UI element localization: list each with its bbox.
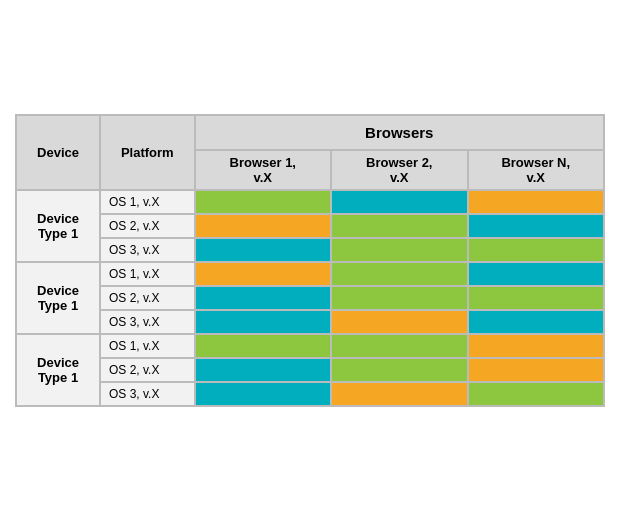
browser-col-1: Browser 1,v.X <box>195 150 332 190</box>
color-cell-0-0-2 <box>468 190 605 214</box>
device-header: Device <box>16 115 100 190</box>
color-cell-1-2-2 <box>468 310 605 334</box>
table-row: OS 3, v.X <box>16 310 604 334</box>
color-cell-2-2-0 <box>195 382 332 406</box>
color-cell-2-0-1 <box>331 334 468 358</box>
color-cell-1-1-0 <box>195 286 332 310</box>
platform-cell: OS 1, v.X <box>100 190 195 214</box>
table-row: DeviceType 1OS 1, v.X <box>16 334 604 358</box>
color-cell-2-1-1 <box>331 358 468 382</box>
platform-cell: OS 3, v.X <box>100 382 195 406</box>
browser-col-3: Browser N,v.X <box>468 150 605 190</box>
color-cell-1-0-2 <box>468 262 605 286</box>
color-cell-0-2-2 <box>468 238 605 262</box>
table-row: OS 3, v.X <box>16 382 604 406</box>
table-row: DeviceType 1OS 1, v.X <box>16 190 604 214</box>
platform-cell: OS 2, v.X <box>100 214 195 238</box>
table-row: OS 2, v.X <box>16 286 604 310</box>
color-cell-2-2-2 <box>468 382 605 406</box>
browsers-header: Browsers <box>195 115 605 150</box>
color-cell-0-0-0 <box>195 190 332 214</box>
platform-cell: OS 2, v.X <box>100 286 195 310</box>
table-row: OS 3, v.X <box>16 238 604 262</box>
device-group-0: DeviceType 1 <box>16 190 100 262</box>
color-cell-2-0-2 <box>468 334 605 358</box>
platform-header: Platform <box>100 115 195 190</box>
color-cell-0-2-1 <box>331 238 468 262</box>
platform-cell: OS 1, v.X <box>100 334 195 358</box>
color-cell-1-2-0 <box>195 310 332 334</box>
color-cell-2-0-0 <box>195 334 332 358</box>
color-cell-1-0-1 <box>331 262 468 286</box>
device-group-2: DeviceType 1 <box>16 334 100 406</box>
color-cell-1-2-1 <box>331 310 468 334</box>
color-cell-1-0-0 <box>195 262 332 286</box>
platform-cell: OS 3, v.X <box>100 310 195 334</box>
platform-cell: OS 2, v.X <box>100 358 195 382</box>
color-cell-0-1-0 <box>195 214 332 238</box>
table-row: OS 2, v.X <box>16 358 604 382</box>
matrix-table: Device Platform Browsers Browser 1,v.X B… <box>15 114 605 407</box>
browser-col-2: Browser 2,v.X <box>331 150 468 190</box>
color-cell-0-0-1 <box>331 190 468 214</box>
color-cell-1-1-1 <box>331 286 468 310</box>
color-cell-1-1-2 <box>468 286 605 310</box>
device-group-1: DeviceType 1 <box>16 262 100 334</box>
table-row: DeviceType 1OS 1, v.X <box>16 262 604 286</box>
color-cell-0-1-1 <box>331 214 468 238</box>
platform-cell: OS 1, v.X <box>100 262 195 286</box>
table-row: OS 2, v.X <box>16 214 604 238</box>
color-cell-2-1-0 <box>195 358 332 382</box>
color-cell-0-1-2 <box>468 214 605 238</box>
color-cell-0-2-0 <box>195 238 332 262</box>
color-cell-2-1-2 <box>468 358 605 382</box>
color-cell-2-2-1 <box>331 382 468 406</box>
platform-cell: OS 3, v.X <box>100 238 195 262</box>
